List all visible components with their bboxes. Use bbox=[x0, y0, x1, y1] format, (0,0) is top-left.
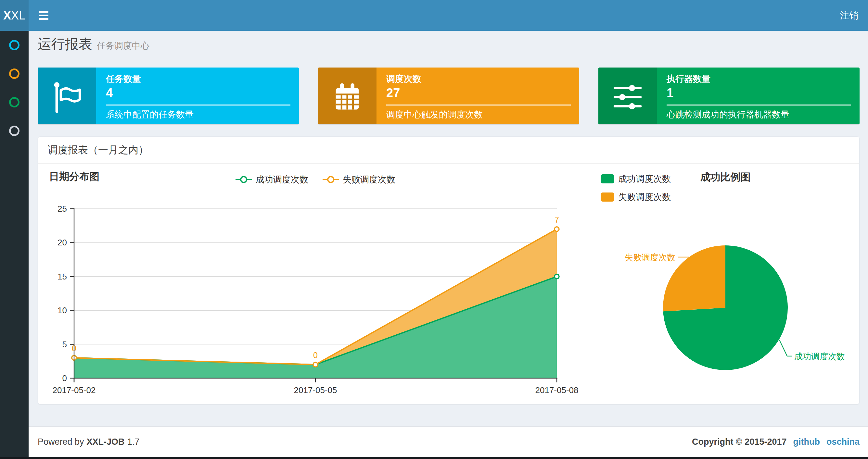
sidebar-item-1[interactable] bbox=[0, 31, 29, 59]
stat-cards-row: 任务数量 4 系统中配置的任务数量 调度次数 bbox=[38, 67, 860, 124]
card-value: 4 bbox=[106, 87, 290, 99]
card-desc: 心跳检测成功的执行器机器数量 bbox=[666, 110, 851, 120]
card-desc: 系统中配置的任务数量 bbox=[106, 110, 290, 120]
sidebar-item-4[interactable] bbox=[0, 117, 29, 145]
card-divider bbox=[386, 104, 571, 105]
card-value: 1 bbox=[666, 87, 851, 99]
card-value: 27 bbox=[386, 87, 571, 99]
report-panel: 调度报表（一月之内） 日期分布图 成功调度次数 失败调度次数 成功调度次数 失败… bbox=[38, 136, 860, 404]
svg-text:2017-05-08: 2017-05-08 bbox=[535, 385, 579, 395]
card-desc: 调度中心触发的调度次数 bbox=[386, 110, 571, 120]
circle-o-icon bbox=[9, 97, 20, 107]
logout-link[interactable]: 注销 bbox=[830, 0, 868, 31]
flag-icon bbox=[50, 79, 84, 113]
main-footer: Powered byXXL-JOB1.7 Copyright © 2015-20… bbox=[29, 426, 868, 457]
sidebar-toggle-button[interactable] bbox=[29, 0, 59, 31]
stat-card-jobs: 任务数量 4 系统中配置的任务数量 bbox=[38, 67, 299, 124]
card-label: 执行器数量 bbox=[666, 74, 851, 84]
svg-text:7: 7 bbox=[555, 215, 559, 224]
charts-canvas: 00705101520252017-05-022017-05-052017-05… bbox=[38, 137, 859, 404]
powered-by: Powered byXXL-JOB1.7 bbox=[38, 437, 140, 447]
stat-card-executors: 执行器数量 1 心跳检测成功的执行器机器数量 bbox=[598, 67, 860, 124]
app-logo[interactable]: XXL bbox=[0, 0, 29, 31]
sidebar bbox=[0, 31, 29, 457]
svg-text:25: 25 bbox=[58, 204, 67, 214]
svg-text:2017-05-02: 2017-05-02 bbox=[53, 385, 96, 395]
svg-text:20: 20 bbox=[58, 238, 67, 248]
card-label: 任务数量 bbox=[106, 74, 290, 84]
card-divider bbox=[106, 104, 290, 105]
link-github[interactable]: github bbox=[793, 437, 820, 447]
svg-text:10: 10 bbox=[58, 305, 67, 315]
calendar-icon bbox=[330, 79, 364, 113]
card-label: 调度次数 bbox=[386, 74, 571, 84]
version: 1.7 bbox=[127, 437, 140, 447]
sidebar-item-3[interactable] bbox=[0, 88, 29, 117]
circle-o-icon bbox=[9, 126, 20, 136]
svg-text:0: 0 bbox=[313, 351, 318, 360]
page-title: 运行报表 bbox=[38, 35, 92, 53]
stat-card-triggers: 调度次数 27 调度中心触发的调度次数 bbox=[318, 67, 579, 124]
hamburger-icon bbox=[39, 11, 49, 13]
top-navbar: XXL 注销 bbox=[0, 0, 868, 31]
sliders-icon bbox=[611, 79, 645, 113]
brand-name: XXL-JOB bbox=[87, 437, 125, 447]
sidebar-item-2[interactable] bbox=[0, 59, 29, 88]
svg-text:5: 5 bbox=[62, 339, 67, 349]
bottom-strip bbox=[0, 457, 868, 459]
svg-text:15: 15 bbox=[58, 272, 67, 282]
svg-text:成功调度次数: 成功调度次数 bbox=[794, 352, 845, 361]
link-oschina[interactable]: oschina bbox=[827, 437, 860, 447]
card-divider bbox=[666, 104, 851, 105]
app-logo-rest: XL bbox=[11, 9, 25, 23]
svg-text:0: 0 bbox=[62, 373, 67, 383]
copyright: Copyright © 2015-2017 bbox=[692, 437, 787, 447]
circle-o-icon bbox=[9, 40, 20, 50]
circle-o-icon bbox=[9, 68, 20, 79]
app-logo-bold: X bbox=[3, 9, 11, 23]
page-header: 运行报表 任务调度中心 bbox=[38, 35, 149, 53]
svg-text:2017-05-05: 2017-05-05 bbox=[294, 385, 337, 395]
svg-text:失败调度次数: 失败调度次数 bbox=[625, 253, 675, 262]
page-subtitle: 任务调度中心 bbox=[97, 40, 149, 52]
